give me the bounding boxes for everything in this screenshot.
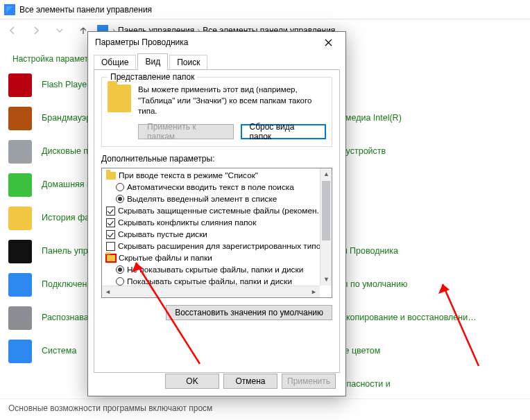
cp-item-icon <box>8 273 32 297</box>
ok-button[interactable]: OK <box>165 374 219 389</box>
tree-row[interactable]: Скрывать конфликты слияния папок <box>106 217 332 229</box>
reset-folders-button[interactable]: Сброс вида папок <box>241 124 326 139</box>
scroll-down-icon[interactable]: ▼ <box>320 274 332 286</box>
tree-row-label: При вводе текста в режиме "Список" <box>119 170 258 182</box>
folder-options-dialog: Параметры Проводника Общие Вид Поиск Пре… <box>87 31 346 396</box>
nav-history-dropdown[interactable] <box>50 21 69 40</box>
folder-icon <box>108 85 131 112</box>
cp-item-icon <box>8 73 32 97</box>
radio-icon[interactable] <box>116 195 124 203</box>
tree-row[interactable]: Скрывать расширения для зарегистрированн… <box>106 240 332 252</box>
apply-button[interactable]: Применить <box>282 374 336 389</box>
tree-row-label: Не показывать скрытые файлы, папки и дис… <box>127 264 303 276</box>
tab-view[interactable]: Вид <box>137 53 168 70</box>
cp-item-icon <box>8 306 32 330</box>
nav-back-button[interactable] <box>3 21 22 40</box>
nav-forward-button[interactable] <box>26 21 46 40</box>
radio-icon[interactable] <box>116 277 124 286</box>
cp-item-label: Flash Player <box>42 73 89 91</box>
checkbox-icon[interactable] <box>106 230 115 239</box>
dialog-titlebar[interactable]: Параметры Проводника <box>88 32 345 53</box>
control-panel-icon <box>4 4 15 15</box>
folder-icon[interactable] <box>106 172 116 180</box>
restore-defaults-button[interactable]: Восстановить значения по умолчанию <box>166 305 332 320</box>
radio-icon[interactable] <box>116 265 124 274</box>
group-description: Вы можете применить этот вид (например, … <box>138 85 326 117</box>
tree-row-label: Автоматически вводить текст в поле поиск… <box>127 182 294 193</box>
scroll-right-icon[interactable]: ► <box>308 286 320 297</box>
cp-item-icon <box>8 240 32 263</box>
tree-row[interactable]: Выделять введенный элемент в списке <box>106 193 332 205</box>
apply-to-folders-button[interactable]: Применить к папкам <box>138 124 234 139</box>
tree-row-label: Скрывать расширения для зарегистрированн… <box>118 240 320 252</box>
tree-row-label: Скрывать конфликты слияния папок <box>118 217 256 229</box>
scroll-up-icon[interactable]: ▲ <box>320 168 332 180</box>
cp-item-icon <box>8 107 32 130</box>
tree-row[interactable]: Скрытые файлы и папки <box>106 252 332 264</box>
cp-item-icon <box>8 140 32 164</box>
radio-icon[interactable] <box>116 183 124 191</box>
tree-row[interactable]: При вводе текста в режиме "Список" <box>106 170 332 182</box>
cancel-button[interactable]: Отмена <box>223 374 277 389</box>
dialog-tabs: Общие Вид Поиск <box>88 53 345 70</box>
advanced-settings-label: Дополнительные параметры: <box>101 154 332 164</box>
tree-row[interactable]: Скрывать пустые диски <box>106 229 332 240</box>
dialog-footer: OK Отмена Применить <box>165 374 336 389</box>
tree-row[interactable]: Не показывать скрытые файлы, папки и дис… <box>106 264 332 276</box>
close-button[interactable] <box>314 33 343 51</box>
scroll-left-icon[interactable]: ◄ <box>102 286 114 297</box>
status-bar: Основные возможности программы включают … <box>0 399 530 417</box>
cp-item-label: Система <box>42 340 76 357</box>
folder-icon[interactable] <box>106 254 116 262</box>
tree-row-label: Выделять введенный элемент в списке <box>127 193 277 205</box>
dialog-title: Параметры Проводника <box>95 37 188 47</box>
horizontal-scrollbar[interactable]: ◄ ► <box>102 286 320 297</box>
vertical-scrollbar[interactable]: ▲ ▼ <box>320 168 332 286</box>
window-title: Все элементы панели управления <box>19 5 152 15</box>
group-legend: Представление папок <box>108 72 197 82</box>
cp-item-icon <box>8 207 32 230</box>
cp-item-icon <box>8 340 32 363</box>
tree-row[interactable]: Автоматически вводить текст в поле поиск… <box>106 182 332 193</box>
tree-row[interactable]: Скрывать защищенные системные файлы (рек… <box>106 205 332 217</box>
checkbox-icon[interactable] <box>106 242 115 251</box>
window-titlebar: Все элементы панели управления <box>0 0 530 19</box>
tree-row-label: Скрытые файлы и папки <box>119 252 212 264</box>
cp-item-icon <box>8 173 32 197</box>
tree-row-label: Скрывать пустые диски <box>118 229 207 240</box>
cp-item-label: Брандмауэр <box>42 107 91 124</box>
checkbox-icon[interactable] <box>106 207 115 216</box>
folder-views-group: Представление папок Вы можете применить … <box>101 77 332 147</box>
tab-page-view: Представление папок Вы можете применить … <box>94 69 340 373</box>
tree-row-label: Скрывать защищенные системные файлы (рек… <box>118 205 319 217</box>
checkbox-icon[interactable] <box>106 218 115 227</box>
scroll-thumb[interactable] <box>322 181 330 240</box>
advanced-settings-tree[interactable]: При вводе текста в режиме "Список"Автома… <box>101 168 332 298</box>
